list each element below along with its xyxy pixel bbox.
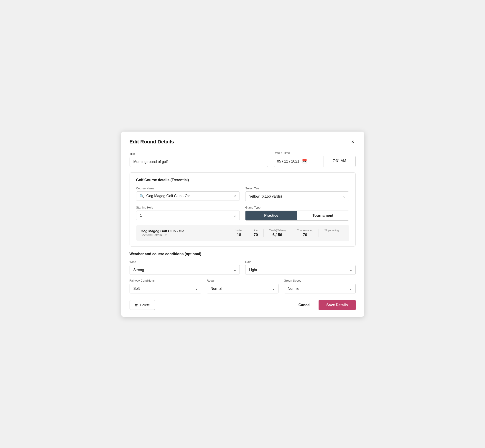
game-type-label: Game Type: [245, 206, 349, 209]
rough-label: Rough: [207, 279, 278, 282]
starting-hole-wrap: 1 10 ⌄: [136, 211, 240, 220]
course-info-bar: Gog Magog Golf Club - Old, Shelford Bott…: [136, 225, 349, 241]
slope-label: Slope rating: [324, 229, 339, 232]
select-tee-label: Select Tee: [245, 187, 349, 190]
weather-section: Weather and course conditions (optional)…: [129, 252, 356, 293]
rain-label: Rain: [245, 260, 356, 264]
close-button[interactable]: ×: [350, 139, 356, 145]
course-info-name-block: Gog Magog Golf Club - Old, Shelford Bott…: [141, 229, 230, 237]
holes-value: 18: [237, 233, 241, 237]
course-top-row: Course Name 🔍 Gog Magog Golf Club - Old …: [136, 187, 349, 201]
save-button[interactable]: Save Details: [319, 300, 356, 310]
rough-dropdown[interactable]: Dry Normal Soft Wet: [207, 284, 278, 293]
modal: Edit Round Details × Title Date & Time 0…: [121, 132, 364, 317]
modal-title: Edit Round Details: [129, 139, 174, 145]
modal-header: Edit Round Details ×: [129, 139, 356, 145]
cancel-button[interactable]: Cancel: [294, 300, 315, 310]
starting-hole-label: Starting Hole: [136, 206, 240, 209]
rain-dropdown[interactable]: None Light Moderate Heavy: [245, 265, 356, 275]
wind-field: Wind None Light Moderate Strong ⌄: [129, 260, 240, 275]
rough-select-wrap: Dry Normal Soft Wet ⌄: [207, 284, 278, 293]
course-bottom-row: Starting Hole 1 10 ⌄ Game Type Practice …: [136, 206, 349, 221]
course-stat-par: Par 70: [248, 229, 263, 237]
par-label: Par: [254, 229, 258, 232]
course-stat-rating: Course rating 70: [291, 229, 319, 237]
delete-button[interactable]: 🗑 Delete: [129, 300, 155, 310]
green-speed-field: Green Speed Slow Normal Fast Very Fast ⌄: [284, 279, 356, 293]
practice-button[interactable]: Practice: [245, 211, 297, 220]
date-value: 05 / 12 / 2021: [277, 159, 299, 163]
green-speed-dropdown[interactable]: Slow Normal Fast Very Fast: [284, 284, 356, 293]
course-info-name: Gog Magog Golf Club - Old,: [141, 229, 230, 233]
fairway-field: Fairway Conditions Dry Normal Soft Wet ⌄: [129, 279, 201, 293]
golf-section-title: Golf Course details (Essential): [136, 178, 349, 182]
course-name-label: Course Name: [136, 187, 240, 190]
weather-section-title: Weather and course conditions (optional): [129, 252, 356, 256]
top-row: Title Date & Time 05 / 12 / 2021 📅 7:31 …: [129, 151, 356, 167]
rain-select-wrap: None Light Moderate Heavy ⌄: [245, 265, 356, 275]
course-stat-slope: Slope rating -: [319, 229, 344, 237]
trash-icon: 🗑: [135, 303, 138, 307]
course-clear-icon[interactable]: ×: [234, 194, 236, 198]
slope-value: -: [331, 233, 332, 237]
fairway-label: Fairway Conditions: [129, 279, 201, 282]
green-speed-label: Green Speed: [284, 279, 356, 282]
starting-hole-dropdown[interactable]: 1 10: [136, 211, 240, 220]
delete-label: Delete: [140, 303, 150, 307]
green-speed-select-wrap: Slow Normal Fast Very Fast ⌄: [284, 284, 356, 293]
game-type-field: Game Type Practice Tournament: [245, 206, 349, 221]
tournament-button[interactable]: Tournament: [297, 211, 349, 220]
course-name-value: Gog Magog Golf Club - Old: [146, 194, 232, 198]
title-input[interactable]: [129, 157, 268, 167]
course-rating-value: 70: [303, 233, 307, 237]
course-stat-holes: Holes 18: [230, 229, 248, 237]
course-rating-label: Course rating: [297, 229, 313, 232]
game-type-toggle: Practice Tournament: [245, 211, 349, 221]
wind-dropdown[interactable]: None Light Moderate Strong: [129, 265, 240, 275]
starting-hole-field: Starting Hole 1 10 ⌄: [136, 206, 240, 221]
footer-right: Cancel Save Details: [294, 300, 356, 310]
select-tee-field: Select Tee Yellow (6,156 yards) White Re…: [245, 187, 349, 201]
time-value: 7:31 AM: [333, 159, 346, 163]
wind-select-wrap: None Light Moderate Strong ⌄: [129, 265, 240, 275]
course-info-location: Shelford Bottom, UK: [141, 233, 230, 237]
course-stat-yards: Yards(Yellow) 6,156: [263, 229, 291, 237]
search-icon: 🔍: [140, 194, 144, 198]
title-label: Title: [129, 152, 268, 155]
yards-value: 6,156: [273, 233, 282, 237]
holes-label: Holes: [235, 229, 242, 232]
datetime-field-group: Date & Time 05 / 12 / 2021 📅 7:31 AM: [274, 151, 356, 167]
weather-row2: Fairway Conditions Dry Normal Soft Wet ⌄…: [129, 279, 356, 293]
course-name-field: Course Name 🔍 Gog Magog Golf Club - Old …: [136, 187, 240, 201]
fairway-dropdown[interactable]: Dry Normal Soft Wet: [129, 284, 201, 293]
par-value: 70: [254, 233, 258, 237]
yards-label: Yards(Yellow): [269, 229, 286, 232]
fairway-select-wrap: Dry Normal Soft Wet ⌄: [129, 284, 201, 293]
footer: 🗑 Delete Cancel Save Details: [129, 297, 356, 310]
select-tee-dropdown[interactable]: Yellow (6,156 yards) White Red Blue: [245, 192, 349, 201]
course-name-input[interactable]: 🔍 Gog Magog Golf Club - Old ×: [136, 192, 240, 201]
datetime-label: Date & Time: [274, 151, 356, 155]
time-input[interactable]: 7:31 AM: [324, 156, 356, 167]
rough-field: Rough Dry Normal Soft Wet ⌄: [207, 279, 278, 293]
select-tee-wrap: Yellow (6,156 yards) White Red Blue ⌄: [245, 192, 349, 201]
weather-row1: Wind None Light Moderate Strong ⌄ Rain N…: [129, 260, 356, 275]
calendar-icon: 📅: [302, 159, 307, 164]
rain-field: Rain None Light Moderate Heavy ⌄: [245, 260, 356, 275]
date-input[interactable]: 05 / 12 / 2021 📅: [274, 156, 324, 167]
title-field-group: Title: [129, 152, 268, 167]
golf-course-section: Golf Course details (Essential) Course N…: [129, 172, 356, 247]
wind-label: Wind: [129, 260, 240, 264]
